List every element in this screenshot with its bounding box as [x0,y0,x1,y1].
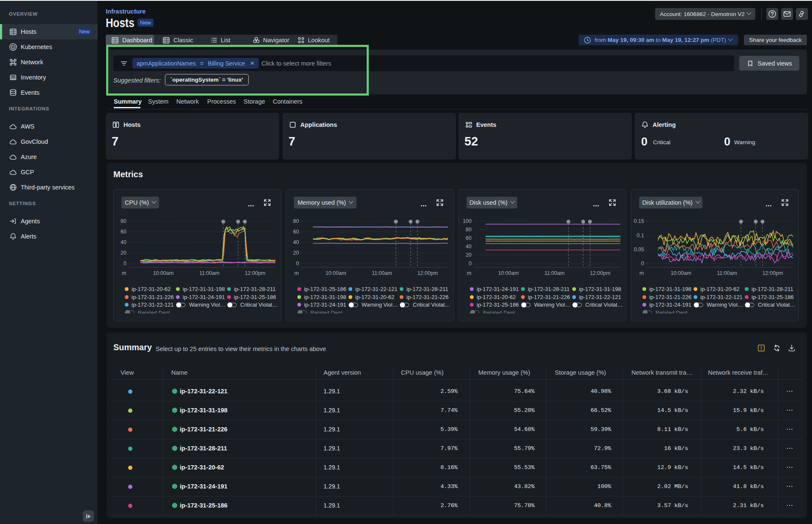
svg-text:11:00am: 11:00am [372,270,392,276]
svg-text:10:00am: 10:00am [671,270,691,276]
svg-text:60: 60 [466,235,472,241]
svg-text:0: 0 [123,261,126,266]
svg-text:m: m [122,270,126,276]
svg-text:40: 40 [121,239,126,245]
svg-text:11:00am: 11:00am [199,270,219,276]
svg-text:12:00pm: 12:00pm [417,270,438,276]
svg-text:40: 40 [466,244,472,250]
svg-text:12:00pm: 12:00pm [590,270,611,276]
svg-text:0.1: 0.1 [637,233,644,239]
svg-text:20: 20 [466,252,472,258]
svg-text:0.05: 0.05 [634,247,644,252]
svg-text:m: m [639,270,644,276]
svg-text:20: 20 [121,250,126,256]
svg-text:m: m [467,270,471,276]
svg-text:10:00am: 10:00am [153,270,174,276]
svg-text:0.15: 0.15 [634,218,644,224]
svg-text:11:00am: 11:00am [544,270,565,276]
svg-text:12:00pm: 12:00pm [763,270,783,276]
svg-text:60: 60 [121,229,126,235]
svg-text:100: 100 [463,218,472,224]
svg-text:12:00pm: 12:00pm [245,270,266,276]
svg-text:80: 80 [293,218,299,224]
svg-text:80: 80 [121,218,126,224]
svg-text:10:00am: 10:00am [326,270,346,276]
svg-text:80: 80 [466,227,472,233]
svg-text:m: m [294,270,299,276]
svg-text:0: 0 [296,261,299,266]
svg-text:0: 0 [469,261,472,266]
svg-text:60: 60 [293,229,299,235]
svg-text:20: 20 [293,250,299,256]
svg-text:40: 40 [293,239,299,245]
svg-text:11:00am: 11:00am [717,270,737,276]
svg-text:0: 0 [641,261,644,266]
svg-text:10:00am: 10:00am [498,270,519,276]
